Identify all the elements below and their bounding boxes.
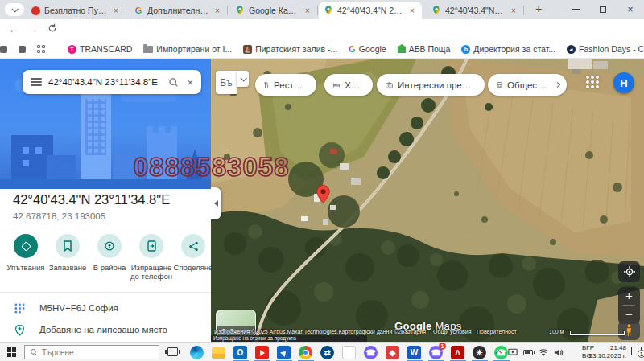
tab-close-icon[interactable]: ×	[111, 6, 121, 15]
transliteration-button[interactable]: Бъ	[216, 71, 237, 94]
window-minimize-button[interactable]	[562, 0, 589, 19]
tab-search-button[interactable]	[5, 3, 24, 16]
battery-icon[interactable]	[523, 350, 533, 355]
zoom-in-button[interactable]: +	[625, 287, 633, 305]
add-place-icon	[14, 324, 25, 336]
bookmarks-bar: TTRANSCARD Импортирани от I... ⛵Пиратски…	[0, 40, 644, 59]
pinned-app-icon[interactable]	[0, 46, 7, 53]
bookmark-abv-mail[interactable]: АБВ Поща	[398, 44, 451, 54]
tab-close-icon[interactable]: ×	[509, 6, 518, 15]
menu-hamburger-icon[interactable]	[31, 78, 42, 86]
bookmark-transcard[interactable]: TTRANSCARD	[68, 44, 132, 54]
categories-scroll-chevron[interactable]	[552, 78, 563, 92]
map-attribution: Изображения ©2025 Airbus,Maxar Technolog…	[214, 329, 411, 334]
chatgpt-icon[interactable]: ✳	[473, 346, 486, 359]
chevron-down-icon	[240, 75, 246, 81]
google-apps-grid-icon[interactable]	[586, 76, 600, 89]
tab-close-icon[interactable]: ×	[407, 6, 417, 15]
chrome-icon[interactable]	[299, 346, 312, 359]
tab-close-icon[interactable]: ×	[303, 6, 312, 15]
edge-browser-icon[interactable]	[190, 346, 204, 359]
file-explorer-icon[interactable]	[212, 347, 225, 359]
bookmark-icon	[63, 240, 72, 252]
maps-search-box[interactable]: ×	[23, 70, 201, 94]
browser-tab-strip: Безплатно Публикуван × G Допълнителни об…	[0, 0, 644, 19]
volume-icon[interactable]	[554, 348, 564, 357]
red-dot-favicon	[31, 6, 40, 15]
apps-grid-icon[interactable]	[37, 45, 45, 53]
mail-app-icon[interactable]	[277, 346, 291, 359]
footer-link-privacy[interactable]: Поверителност	[477, 329, 517, 334]
category-hotels[interactable]: Хотели	[324, 74, 373, 96]
bookmark-fashion-days[interactable]: ◂Fashion Days - Спо...	[567, 44, 644, 54]
browser-tab[interactable]: 42°40'43.4"N 23°11'34.8"E ×	[427, 2, 523, 19]
footer-link-terms[interactable]: Общи условия	[433, 329, 471, 334]
collapse-side-panel-button[interactable]	[211, 187, 221, 219]
browser-tab[interactable]: Google Карти ×	[230, 2, 317, 19]
taskbar-search-box[interactable]	[24, 345, 159, 359]
tab-title: Google Карти	[249, 6, 299, 15]
satellite-map[interactable]: Бъ Ресторанти Хотели Интересни предложен…	[211, 59, 644, 342]
red-app-icon[interactable]: ◈	[386, 346, 399, 359]
forward-button[interactable]: →	[26, 23, 40, 37]
send-feedback-link[interactable]: Изпращане на отзиви за продукта	[211, 335, 367, 342]
share-button[interactable]: Споделяне	[172, 234, 214, 281]
viber-icon[interactable]: ☎	[364, 346, 378, 359]
place-marker-pin[interactable]	[316, 183, 330, 205]
hotels-icon	[333, 81, 340, 89]
acrobat-icon[interactable]: ∆	[451, 346, 464, 359]
new-tab-button[interactable]: +	[531, 2, 546, 17]
zoom-control: + −	[618, 287, 640, 324]
browser-tab[interactable]: Безплатно Публикуван ×	[26, 2, 126, 19]
browser-tab[interactable]: G Допълнителни общи у ×	[129, 2, 227, 19]
tab-title: Безплатно Публикуван	[44, 6, 107, 15]
word-icon[interactable]: W	[407, 346, 421, 359]
outlook-icon[interactable]: O	[233, 346, 247, 359]
divider	[0, 292, 211, 293]
reload-button[interactable]	[45, 23, 60, 37]
task-view-button[interactable]	[167, 347, 178, 356]
google-g-icon: G	[349, 44, 356, 54]
viber-badged-icon[interactable]: ☎1	[429, 346, 443, 359]
transliteration-dropdown[interactable]	[237, 71, 249, 87]
bookmark-imported-folder[interactable]: Импортирани от I...	[143, 44, 232, 54]
tray-device-icon[interactable]	[508, 348, 518, 357]
taskbar-search-input[interactable]	[42, 348, 130, 357]
clear-search-icon[interactable]: ×	[187, 76, 193, 88]
nearby-button[interactable]: В района	[89, 234, 130, 281]
account-avatar[interactable]: Н	[613, 72, 634, 93]
teamviewer-icon[interactable]: ⇄	[320, 346, 334, 359]
browser-tab-active[interactable]: 42°40'43.4"N 23°11'34.8"E ×	[319, 2, 422, 19]
save-button[interactable]: Запазване	[47, 234, 89, 281]
youtube-icon[interactable]	[255, 346, 269, 359]
abv-icon	[398, 47, 406, 53]
wifi-icon[interactable]	[539, 348, 548, 356]
bookmark-google[interactable]: GGoogle	[349, 44, 386, 54]
add-missing-place-row[interactable]: Добавяне на липсващо място	[0, 319, 211, 340]
send-to-phone-button[interactable]: Изпращане до телефон	[130, 234, 172, 281]
category-transit[interactable]: Обществен п	[488, 74, 567, 96]
plus-code-row[interactable]: M5HV+F6J София	[0, 297, 211, 318]
place-title: 42°40'43.4"N 23°11'34.8"E	[13, 192, 170, 207]
search-input[interactable]	[48, 77, 162, 87]
taskbar-clock[interactable]: 21:48 23.10.2025 г.	[589, 344, 626, 360]
map-scale-label: 100 м	[549, 329, 564, 334]
window-close-button[interactable]: ×	[617, 0, 644, 19]
back-button[interactable]: ←	[6, 23, 21, 37]
footer-link-country[interactable]: България	[401, 329, 426, 334]
pixel-grid-app-icon[interactable]	[342, 346, 356, 359]
my-location-button[interactable]	[618, 261, 640, 282]
directions-button[interactable]: Упътвания	[5, 234, 47, 281]
bookmark-piratebay[interactable]: ⛵Пиратският залив -...	[243, 44, 337, 54]
pegman-street-view-button[interactable]	[618, 321, 640, 340]
category-attractions[interactable]: Интересни предложен...	[377, 74, 485, 96]
search-icon[interactable]	[168, 77, 179, 88]
pinned-app-icon[interactable]	[19, 46, 26, 53]
action-center-icon[interactable]: 1	[631, 347, 642, 355]
tab-close-icon[interactable]: ×	[213, 6, 222, 15]
window-maximize-button[interactable]	[589, 0, 617, 19]
place-hero-illustration: ×	[0, 59, 211, 189]
start-button[interactable]	[7, 347, 17, 357]
category-restaurants[interactable]: Ресторанти	[255, 74, 316, 96]
bookmark-directory[interactable]: bДиректория за стат...	[461, 44, 555, 54]
